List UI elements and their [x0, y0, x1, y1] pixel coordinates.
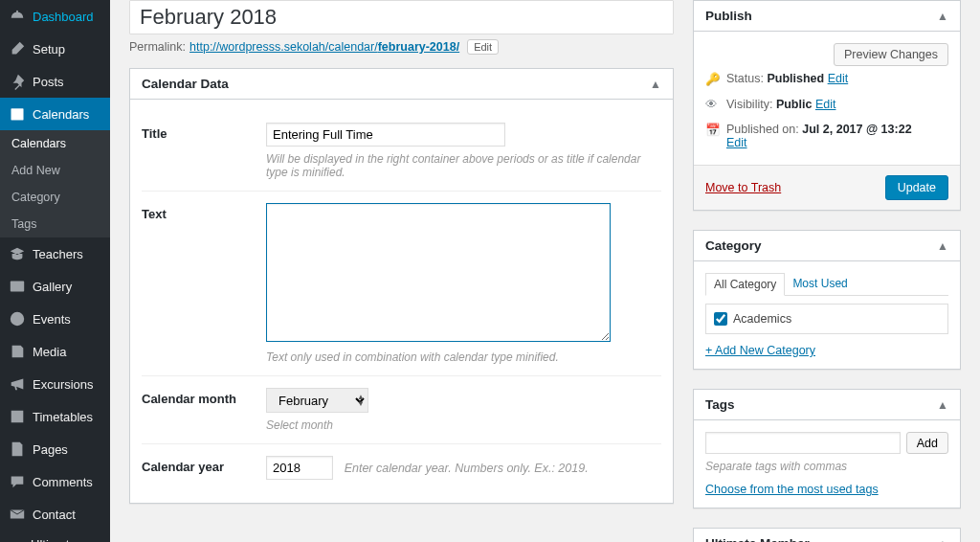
submenu-add-new[interactable]: Add New — [0, 157, 110, 184]
category-checkbox[interactable] — [714, 312, 727, 326]
svg-point-2 — [11, 312, 24, 326]
calendar-data-box: Calendar Data ▲ Title Will be displayed … — [129, 68, 674, 504]
sidebar-item-label: Dashboard — [33, 10, 94, 24]
toggle-icon[interactable]: ▲ — [650, 78, 661, 91]
title-input[interactable] — [266, 123, 505, 147]
tags-box: Tags ▲ Add Separate tags with commas Cho… — [693, 389, 961, 508]
comment-icon — [8, 472, 27, 491]
toggle-icon[interactable]: ▲ — [937, 10, 948, 23]
sidebar-item-label: Posts — [33, 75, 64, 89]
title-label: Title — [142, 123, 266, 141]
year-label: Calendar year — [142, 456, 266, 474]
published-on-value: Jul 2, 2017 @ 13:22 — [802, 123, 911, 136]
sidebar-item-excursions[interactable]: Excursions — [0, 368, 110, 400]
key-icon: 🔑 — [705, 72, 726, 86]
admin-sidebar: Dashboard Setup Posts Calendars Calendar… — [0, 0, 110, 542]
permalink-edit-button[interactable]: Edit — [467, 39, 499, 55]
sidebar-item-contact[interactable]: Contact — [0, 498, 110, 531]
sidebar-item-label: Contact — [33, 508, 76, 522]
sidebar-item-dashboard[interactable]: Dashboard — [0, 0, 110, 33]
tools-icon — [8, 39, 27, 58]
sidebar-item-label: Pages — [33, 442, 68, 457]
sidebar-item-label: Events — [33, 312, 71, 327]
submenu-head: Calendars — [0, 130, 110, 157]
title-hint: Will be displayed in the right container… — [266, 152, 661, 179]
grid-icon — [8, 407, 27, 426]
sidebar-item-label: Calendars — [33, 107, 89, 122]
tags-hint: Separate tags with commas — [705, 460, 948, 473]
sidebar-item-label: Comments — [33, 475, 93, 489]
permalink-slug[interactable]: february-2018/ — [378, 40, 459, 54]
calendar-data-heading: Calendar Data — [142, 77, 229, 91]
ultimate-member-box: Ultimate Member ▲ Apply custom access se… — [693, 528, 961, 542]
page-title: February 2018 — [140, 5, 663, 30]
year-hint: Enter calendar year. Numbers only. Ex.: … — [345, 462, 589, 475]
category-item-label: Academics — [733, 312, 791, 326]
category-list: Academics — [705, 304, 948, 334]
tags-heading: Tags — [705, 397, 735, 412]
status-value: Published — [767, 72, 824, 85]
tags-add-button[interactable]: Add — [906, 432, 948, 454]
text-hint: Text only used in combination with calen… — [266, 350, 661, 364]
month-select[interactable]: February — [266, 388, 368, 413]
permalink-base[interactable]: http://wordpresss.sekolah/calendar/ — [189, 40, 378, 54]
teacher-icon — [8, 244, 27, 263]
sidebar-item-label: Gallery — [33, 280, 72, 294]
sidebar-item-teachers[interactable]: Teachers — [0, 237, 110, 270]
permalink-label: Permalink: — [129, 40, 186, 54]
submenu-category[interactable]: Category — [0, 184, 110, 211]
toggle-icon[interactable]: ▲ — [937, 239, 948, 253]
date-edit-link[interactable]: Edit — [726, 136, 747, 149]
page-icon — [8, 440, 27, 459]
globe-icon — [8, 309, 27, 328]
sidebar-item-events[interactable]: Events — [0, 303, 110, 335]
add-new-category-link[interactable]: + Add New Category — [705, 344, 815, 357]
sidebar-item-pages[interactable]: Pages — [0, 433, 110, 465]
sidebar-item-label: Ultimate Member — [31, 537, 102, 542]
sidebar-item-media[interactable]: Media — [0, 335, 110, 368]
status-edit-link[interactable]: Edit — [828, 72, 849, 85]
sidebar-item-label: Setup — [33, 42, 65, 56]
category-heading: Category — [705, 238, 762, 253]
year-input[interactable] — [266, 456, 333, 480]
sidebar-item-label: Timetables — [33, 410, 93, 424]
mail-icon — [8, 505, 27, 524]
um-heading: Ultimate Member — [705, 536, 810, 542]
gallery-icon — [8, 277, 27, 296]
text-textarea[interactable] — [266, 203, 611, 342]
tab-most-used[interactable]: Most Used — [785, 273, 855, 295]
sidebar-item-label: Media — [33, 345, 66, 359]
sidebar-item-label: Teachers — [33, 247, 83, 261]
visibility-edit-link[interactable]: Edit — [815, 98, 836, 111]
tab-all-category[interactable]: All Category — [705, 273, 785, 296]
toggle-icon[interactable]: ▲ — [937, 537, 948, 543]
svg-rect-0 — [11, 109, 24, 121]
sidebar-item-ultimate-member[interactable]: Ultimate Member — [0, 531, 110, 542]
permalink-row: Permalink: http://wordpresss.sekolah/cal… — [129, 39, 674, 55]
move-to-trash-link[interactable]: Move to Trash — [705, 181, 781, 194]
update-button[interactable]: Update — [885, 175, 948, 200]
title-box: February 2018 — [129, 0, 674, 34]
choose-tags-link[interactable]: Choose from the most used tags — [705, 483, 879, 496]
dashboard-icon — [8, 7, 27, 26]
calendar-icon: 📅 — [705, 123, 726, 137]
text-label: Text — [142, 203, 266, 221]
sidebar-item-setup[interactable]: Setup — [0, 33, 110, 65]
media-icon — [8, 342, 27, 361]
sidebar-item-comments[interactable]: Comments — [0, 465, 110, 498]
tags-input[interactable] — [705, 432, 901, 454]
sidebar-item-gallery[interactable]: Gallery — [0, 270, 110, 303]
preview-button[interactable]: Preview Changes — [834, 43, 948, 66]
publish-heading: Publish — [705, 9, 752, 23]
submenu-tags[interactable]: Tags — [0, 211, 110, 237]
month-hint: Select month — [266, 418, 661, 432]
toggle-icon[interactable]: ▲ — [937, 398, 948, 412]
category-box: Category ▲ All Category Most Used Academ… — [693, 230, 961, 370]
sidebar-item-calendars[interactable]: Calendars — [0, 98, 110, 130]
publish-box: Publish ▲ Preview Changes 🔑 Status: Publ… — [693, 0, 961, 211]
sidebar-item-timetables[interactable]: Timetables — [0, 400, 110, 433]
sidebar-item-posts[interactable]: Posts — [0, 65, 110, 98]
pin-icon — [8, 72, 27, 91]
category-item[interactable]: Academics — [714, 312, 940, 326]
main-content: February 2018 Permalink: http://wordpres… — [110, 0, 980, 542]
